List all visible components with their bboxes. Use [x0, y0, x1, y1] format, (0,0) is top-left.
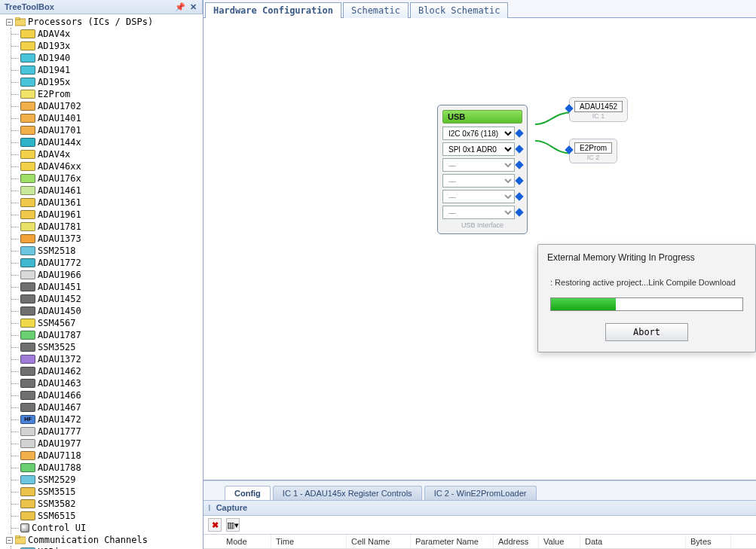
tree-item[interactable]: ADAU1781	[11, 221, 203, 233]
chip-icon	[20, 391, 35, 400]
ic2-sublabel: IC 2	[574, 154, 612, 161]
tree-item-label: AD193x	[38, 40, 70, 52]
tree-item-label: ADAU7118	[38, 450, 81, 462]
capture-column-header[interactable]: Time	[271, 535, 347, 548]
chip-icon	[20, 511, 35, 520]
tree-item-label: ADAU1451	[38, 281, 81, 293]
tree-item[interactable]: ADAV4x	[11, 148, 203, 160]
tree-item[interactable]: ADAV4x	[11, 28, 203, 40]
tree-item[interactable]: ADAU1961	[11, 209, 203, 221]
bottom-tab[interactable]: Config	[225, 486, 271, 500]
tree-item-label: ADAU1466	[38, 389, 81, 401]
hardware-canvas[interactable]: USB I2C 0x76 (118)SPI 0x1 ADR0———— USB I…	[204, 18, 756, 480]
abort-button[interactable]: Abort	[605, 323, 688, 341]
expander-icon[interactable]: −	[6, 537, 13, 544]
tree-item[interactable]: ADAU1966	[11, 269, 203, 281]
capture-clear-button[interactable]: ✖	[208, 518, 222, 532]
tree-item[interactable]: HFADAU1472	[11, 413, 203, 425]
tree-item[interactable]: SSM6515	[11, 510, 203, 522]
tree-item[interactable]: ADAU1463	[11, 377, 203, 389]
tree-item[interactable]: ADAU1977	[11, 438, 203, 450]
chip-icon	[20, 463, 35, 472]
ic2-block[interactable]: E2Prom IC 2	[569, 139, 617, 163]
capture-toolbar: ✖ ▥▾	[204, 516, 756, 535]
capture-column-header[interactable]: Mode	[204, 535, 271, 548]
tree-item[interactable]: AD193x	[11, 40, 203, 52]
tree-item-label: AD1940	[38, 52, 70, 64]
tree-item[interactable]: SSM3582	[11, 498, 203, 510]
capture-column-header[interactable]: Address	[494, 535, 539, 548]
tree-view[interactable]: −Processors (ICs / DSPs)ADAV4xAD193xAD19…	[0, 14, 203, 549]
bottom-tab[interactable]: IC 1 - ADAU145x Register Controls	[273, 486, 422, 500]
tree-item[interactable]: E2Prom	[11, 88, 203, 100]
tree-item[interactable]: ADAU1701	[11, 124, 203, 136]
tree-item[interactable]: SSM3515	[11, 486, 203, 498]
tree-item[interactable]: ADAU1372	[11, 353, 203, 365]
chip-icon	[20, 174, 35, 183]
tree-item-label: SSM3525	[38, 341, 76, 353]
chip-icon	[20, 114, 35, 123]
chip-icon	[20, 53, 35, 63]
tree-item[interactable]: ADAU1451	[11, 281, 203, 293]
chip-icon	[20, 90, 35, 99]
tree-group[interactable]: −Processors (ICs / DSPs)	[3, 16, 203, 28]
tree-item[interactable]: SSM2518	[11, 245, 203, 257]
tree-item[interactable]: ADAU1467	[11, 401, 203, 413]
tree-item[interactable]: ADAU1450	[11, 305, 203, 317]
tree-item[interactable]: SSM4567	[11, 317, 203, 329]
chip-icon	[20, 234, 35, 243]
tree-group[interactable]: −Communication Channels	[3, 534, 203, 546]
main-area: Hardware ConfigurationSchematicBlock Sch…	[204, 0, 756, 549]
pin-icon[interactable]: 📌	[175, 2, 184, 11]
tree-item[interactable]: ADAU1777	[11, 425, 203, 438]
tree-item[interactable]: ADAU1787	[11, 329, 203, 341]
capture-column-header[interactable]: Parameter Name	[411, 535, 494, 548]
tree-item[interactable]: ADAU1401	[11, 112, 203, 124]
capture-column-header[interactable]: Data	[580, 535, 686, 548]
tree-item-label: ADAU1787	[38, 329, 81, 341]
tree-item[interactable]: ADAU1461	[11, 185, 203, 197]
folder-icon	[15, 535, 26, 544]
tree-item[interactable]: ADAU1702	[11, 100, 203, 112]
tree-item[interactable]: ADAV46xx	[11, 160, 203, 172]
chip-icon	[20, 403, 35, 412]
top-tab[interactable]: Schematic	[343, 2, 409, 18]
tree-item[interactable]: ADAU7118	[11, 450, 203, 462]
capture-column-header[interactable]: Value	[539, 535, 580, 548]
dialog-message: : Restoring active project...Link Compil…	[550, 278, 743, 287]
tree-item[interactable]: AD195x	[11, 76, 203, 88]
tree-item[interactable]: ADAU1373	[11, 233, 203, 245]
chip-icon	[20, 150, 35, 159]
tree-item[interactable]: ADAU1452	[11, 293, 203, 305]
ic1-block[interactable]: ADAU1452 IC 1	[569, 97, 628, 122]
tree-item[interactable]: ADAU1772	[11, 257, 203, 269]
tree-item[interactable]: ADAU144x	[11, 136, 203, 148]
chip-icon	[20, 331, 35, 340]
tree-item-label: ADAU176x	[38, 172, 81, 185]
top-tab[interactable]: Hardware Configuration	[205, 2, 341, 18]
tree-item[interactable]: ADAU1361	[11, 197, 203, 209]
tree-item[interactable]: AD1941	[11, 64, 203, 76]
close-icon[interactable]: ✕	[188, 2, 197, 11]
chip-icon	[20, 41, 35, 50]
chip-icon	[20, 29, 35, 38]
tree-item[interactable]: SSM2529	[11, 474, 203, 486]
tree-item[interactable]: USBi	[11, 546, 203, 549]
capture-column-header[interactable]: Bytes	[686, 535, 731, 548]
top-tab[interactable]: Block Schematic	[410, 2, 508, 18]
capture-columns-button[interactable]: ▥▾	[226, 518, 240, 532]
bottom-tab[interactable]: IC 2 - WinE2PromLoader	[424, 486, 537, 500]
tree-item[interactable]: Control UI	[11, 522, 203, 534]
chip-icon	[20, 439, 35, 448]
tree-item[interactable]: ADAU1466	[11, 389, 203, 401]
tree-item[interactable]: ADAU1462	[11, 365, 203, 377]
tree-item[interactable]: ADAU1788	[11, 462, 203, 474]
tree-item-label: SSM4567	[38, 317, 76, 329]
capture-column-header[interactable]: Cell Name	[347, 535, 411, 548]
tree-item[interactable]: SSM3525	[11, 341, 203, 353]
tree-item[interactable]: AD1940	[11, 52, 203, 64]
tree-item-label: SSM2529	[38, 474, 76, 486]
chip-icon	[20, 198, 35, 207]
expander-icon[interactable]: −	[6, 19, 13, 26]
tree-item[interactable]: ADAU176x	[11, 172, 203, 185]
